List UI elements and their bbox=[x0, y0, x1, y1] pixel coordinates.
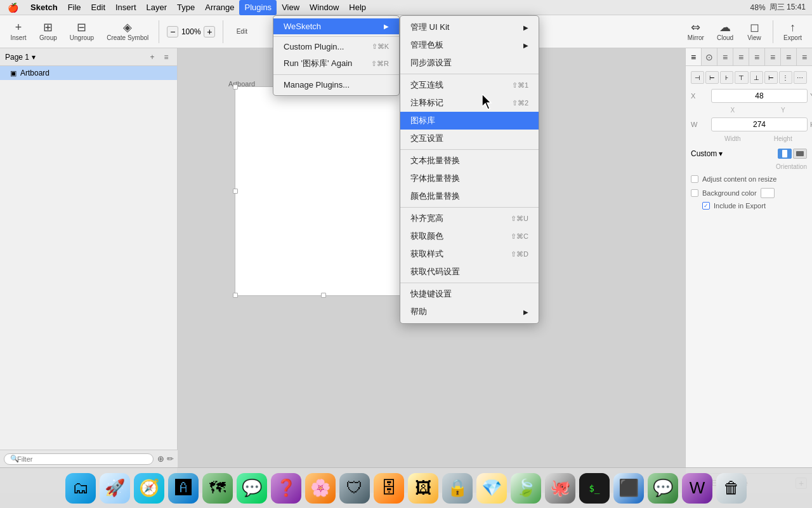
edit-button[interactable]: Edit bbox=[228, 25, 255, 37]
zoom-out-button[interactable]: − bbox=[167, 26, 178, 37]
landscape-button[interactable] bbox=[793, 149, 807, 159]
adjust-content-checkbox[interactable] bbox=[691, 175, 698, 183]
get-style-item[interactable]: 获取样式 ⇧⌘D bbox=[400, 245, 539, 263]
dock-appstore[interactable]: 🅰 bbox=[168, 473, 199, 504]
get-color-item[interactable]: 获取颜色 ⇧⌘C bbox=[400, 227, 539, 245]
annotation-item[interactable]: 注释标记 ⇧⌘2 bbox=[400, 94, 539, 112]
dock-wesketch[interactable]: W bbox=[682, 473, 712, 504]
mirror-button[interactable]: ⇔ Mirror bbox=[683, 19, 709, 44]
menubar-layer[interactable]: Layer bbox=[141, 0, 173, 15]
sync-source-item[interactable]: 同步源设置 bbox=[400, 54, 539, 72]
interaction-line-item[interactable]: 交互连线 ⇧⌘1 bbox=[400, 76, 539, 94]
tab-8[interactable]: ≡ bbox=[797, 48, 812, 65]
create-symbol-button[interactable]: ◈ Create Symbol bbox=[102, 19, 154, 44]
dock-launchpad[interactable]: 🚀 bbox=[100, 473, 130, 504]
dock-finder[interactable]: 🗂 bbox=[65, 473, 96, 504]
dock-terminal[interactable]: $_ bbox=[579, 473, 610, 504]
edit-layers-button[interactable]: ✏ bbox=[167, 454, 174, 464]
get-code-settings-item[interactable]: 获取代码设置 bbox=[400, 263, 539, 281]
width-input[interactable] bbox=[711, 117, 808, 131]
dock-sketch[interactable]: 💎 bbox=[476, 473, 507, 504]
filter-input[interactable] bbox=[4, 453, 154, 465]
run-again-menu-item[interactable]: Run '图标库' Again ⇧⌘R bbox=[273, 55, 399, 72]
wesketch-menu-item[interactable]: WeSketch bbox=[273, 18, 399, 34]
shortcut-settings-item[interactable]: 快捷键设置 bbox=[400, 285, 539, 303]
tab-3[interactable]: ≡ bbox=[717, 48, 733, 65]
help-item[interactable]: 帮助 bbox=[400, 303, 539, 321]
page-selector[interactable]: Page 1 ▾ bbox=[5, 53, 36, 62]
manage-plugins-menu-item[interactable]: Manage Plugins... bbox=[273, 77, 399, 93]
ungroup-button[interactable]: ⊟ Ungroup bbox=[65, 19, 99, 44]
dock-maps[interactable]: 🗺 bbox=[202, 473, 233, 504]
align-top-button[interactable]: ⊤ bbox=[735, 71, 748, 84]
align-bottom-button[interactable]: ⊢ bbox=[764, 71, 778, 84]
insert-button[interactable]: + Insert bbox=[5, 19, 32, 44]
tab-5[interactable]: ≡ bbox=[749, 48, 765, 65]
custom-dropdown[interactable]: Custom ▾ bbox=[691, 149, 723, 158]
batch-font-item[interactable]: 字体批量替换 bbox=[400, 170, 539, 187]
align-vcenter-button[interactable]: ⊥ bbox=[750, 71, 763, 84]
menubar-edit[interactable]: Edit bbox=[86, 0, 110, 15]
menubar-arrange[interactable]: Arrange bbox=[200, 0, 239, 15]
dock-wechat[interactable]: 💬 bbox=[648, 473, 678, 504]
handle-bot-center[interactable] bbox=[321, 293, 326, 298]
dock-security[interactable]: 🛡 bbox=[339, 473, 370, 504]
tab-6[interactable]: ≡ bbox=[765, 48, 781, 65]
add-layer-button[interactable]: + bbox=[147, 51, 158, 63]
menubar-insert[interactable]: Insert bbox=[110, 0, 141, 15]
fit-size-item[interactable]: 补齐宽高 ⇧⌘U bbox=[400, 210, 539, 227]
tab-4[interactable]: ≡ bbox=[733, 48, 749, 65]
zoom-in-button[interactable]: + bbox=[204, 26, 215, 37]
dock-iterm[interactable]: ⬛ bbox=[613, 473, 644, 504]
manage-color-item[interactable]: 管理色板 bbox=[400, 36, 539, 54]
menubar-view[interactable]: View bbox=[277, 0, 304, 15]
dock-github[interactable]: 🐙 bbox=[545, 473, 575, 504]
align-left-button[interactable]: ⊣ bbox=[691, 71, 704, 84]
dock-pixelmator[interactable]: 🍃 bbox=[511, 473, 541, 504]
background-color-checkbox[interactable] bbox=[691, 189, 698, 197]
dock-photos[interactable]: 🌸 bbox=[305, 473, 336, 504]
distribute-h-button[interactable]: ⋮ bbox=[779, 71, 792, 84]
custom-plugin-menu-item[interactable]: Custom Plugin... ⇧⌘K bbox=[273, 39, 399, 55]
app-name[interactable]: Sketch bbox=[25, 0, 63, 15]
handle-top-left[interactable] bbox=[233, 84, 238, 90]
dock-safari[interactable]: 🧭 bbox=[134, 473, 164, 504]
group-button[interactable]: ⊞ Group bbox=[34, 19, 62, 44]
tab-7[interactable]: ≡ bbox=[781, 48, 797, 65]
align-right-button[interactable]: ⊦ bbox=[720, 71, 733, 84]
batch-color-item[interactable]: 颜色批量替换 bbox=[400, 187, 539, 205]
view-button[interactable]: ◻ View bbox=[741, 19, 768, 44]
distribute-v-button[interactable]: ⋯ bbox=[794, 71, 807, 84]
dock-preview[interactable]: 🖼 bbox=[408, 473, 438, 504]
handle-mid-left[interactable] bbox=[233, 189, 238, 194]
background-color-swatch[interactable] bbox=[761, 188, 775, 198]
menubar-help[interactable]: Help bbox=[344, 0, 371, 15]
dock-messages[interactable]: 💬 bbox=[237, 473, 267, 504]
batch-text-item[interactable]: 文本批量替换 bbox=[400, 152, 539, 170]
handle-bot-left[interactable] bbox=[233, 293, 238, 298]
export-button[interactable]: ↑ Export bbox=[778, 19, 807, 44]
icon-library-item[interactable]: 图标库 bbox=[400, 112, 539, 130]
menubar-file[interactable]: File bbox=[63, 0, 86, 15]
artboard-box[interactable] bbox=[235, 86, 412, 296]
interaction-settings-item[interactable]: 交互设置 bbox=[400, 130, 539, 147]
toggle-layers-button[interactable]: ≡ bbox=[160, 51, 172, 63]
dock-help[interactable]: ❓ bbox=[271, 473, 301, 504]
menubar-type[interactable]: Type bbox=[172, 0, 200, 15]
cloud-button[interactable]: ☁ Cloud bbox=[712, 19, 738, 44]
apple-menu[interactable]: 🍎 bbox=[0, 3, 25, 13]
artboard-layer-item[interactable]: ▣ Artboard bbox=[0, 66, 177, 80]
align-hcenter-button[interactable]: ⊢ bbox=[705, 71, 719, 84]
menubar-plugins[interactable]: Plugins bbox=[239, 0, 277, 15]
tab-inspect[interactable]: ⊙ bbox=[702, 48, 717, 65]
tab-align[interactable]: ≡ bbox=[686, 48, 702, 65]
portrait-button[interactable] bbox=[778, 149, 792, 159]
menubar-window[interactable]: Window bbox=[304, 0, 344, 15]
x-input[interactable] bbox=[711, 89, 808, 103]
dock-vpn[interactable]: 🔒 bbox=[442, 473, 473, 504]
manage-uikit-item[interactable]: 管理 UI Kit bbox=[400, 18, 539, 36]
dock-archive[interactable]: 🗄 bbox=[374, 473, 404, 504]
add-page-button[interactable]: ⊕ bbox=[157, 454, 164, 464]
dock-trash[interactable]: 🗑 bbox=[716, 473, 747, 504]
include-export-checkbox[interactable]: ✓ bbox=[702, 202, 710, 210]
